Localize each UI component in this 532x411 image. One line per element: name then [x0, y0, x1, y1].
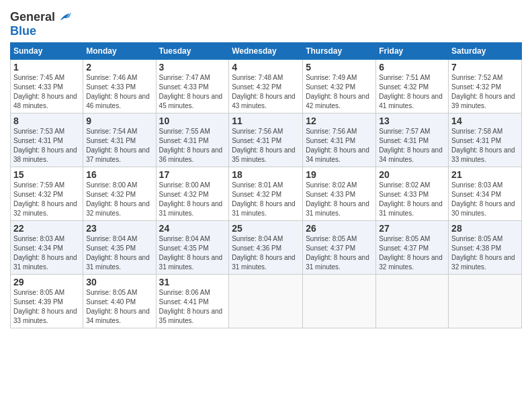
page-container: General Blue SundayMondayTuesdayWednesda… [0, 0, 532, 335]
calendar-cell [449, 275, 522, 328]
day-info: Sunrise: 7:58 AMSunset: 4:31 PMDaylight:… [451, 127, 519, 165]
weekday-header-friday: Friday [376, 43, 449, 60]
day-info: Sunrise: 8:05 AMSunset: 4:40 PMDaylight:… [86, 288, 152, 326]
calendar-cell: 15Sunrise: 7:59 AMSunset: 4:32 PMDayligh… [11, 167, 83, 221]
calendar-cell: 21Sunrise: 8:03 AMSunset: 4:34 PMDayligh… [449, 167, 522, 221]
calendar-header-row: SundayMondayTuesdayWednesdayThursdayFrid… [11, 43, 522, 60]
day-number: 4 [232, 62, 300, 73]
day-info: Sunrise: 7:54 AMSunset: 4:31 PMDaylight:… [86, 127, 152, 165]
day-info: Sunrise: 7:45 AMSunset: 4:33 PMDaylight:… [13, 73, 80, 111]
calendar-cell: 18Sunrise: 8:01 AMSunset: 4:32 PMDayligh… [229, 167, 303, 221]
calendar-cell: 1Sunrise: 7:45 AMSunset: 4:33 PMDaylight… [11, 60, 83, 113]
logo-bird-icon [56, 9, 71, 24]
calendar-cell: 7Sunrise: 7:52 AMSunset: 4:32 PMDaylight… [449, 60, 522, 113]
day-info: Sunrise: 7:47 AMSunset: 4:33 PMDaylight:… [159, 73, 226, 111]
day-number: 22 [13, 223, 80, 234]
day-info: Sunrise: 7:56 AMSunset: 4:31 PMDaylight:… [232, 127, 300, 165]
day-info: Sunrise: 8:05 AMSunset: 4:37 PMDaylight:… [379, 234, 445, 272]
day-info: Sunrise: 7:55 AMSunset: 4:31 PMDaylight:… [159, 127, 226, 165]
day-number: 24 [159, 223, 226, 234]
calendar-cell: 17Sunrise: 8:00 AMSunset: 4:32 PMDayligh… [156, 167, 229, 221]
day-info: Sunrise: 7:59 AMSunset: 4:32 PMDaylight:… [13, 181, 80, 218]
day-info: Sunrise: 7:49 AMSunset: 4:32 PMDaylight:… [306, 73, 373, 111]
calendar-cell: 10Sunrise: 7:55 AMSunset: 4:31 PMDayligh… [156, 113, 229, 167]
day-number: 14 [451, 116, 519, 126]
calendar-cell: 24Sunrise: 8:04 AMSunset: 4:35 PMDayligh… [156, 221, 229, 275]
calendar-cell: 4Sunrise: 7:48 AMSunset: 4:32 PMDaylight… [229, 60, 303, 113]
day-number: 8 [13, 116, 80, 126]
day-number: 13 [379, 116, 445, 126]
calendar-week-row: 22Sunrise: 8:03 AMSunset: 4:34 PMDayligh… [11, 221, 522, 275]
day-number: 2 [86, 62, 152, 73]
day-number: 6 [379, 62, 445, 73]
calendar-cell [376, 275, 449, 328]
calendar-cell: 12Sunrise: 7:56 AMSunset: 4:31 PMDayligh… [303, 113, 376, 167]
header: General Blue [10, 7, 522, 38]
day-number: 3 [159, 62, 226, 73]
day-info: Sunrise: 8:05 AMSunset: 4:38 PMDaylight:… [451, 234, 519, 272]
day-number: 5 [306, 62, 373, 73]
day-number: 17 [159, 169, 226, 180]
calendar-table: SundayMondayTuesdayWednesdayThursdayFrid… [10, 42, 522, 328]
calendar-week-row: 8Sunrise: 7:53 AMSunset: 4:31 PMDaylight… [11, 113, 522, 167]
weekday-header-monday: Monday [83, 43, 156, 60]
calendar-cell: 29Sunrise: 8:05 AMSunset: 4:39 PMDayligh… [11, 275, 83, 328]
day-number: 23 [86, 223, 152, 234]
calendar-cell: 6Sunrise: 7:51 AMSunset: 4:32 PMDaylight… [376, 60, 449, 113]
calendar-cell: 25Sunrise: 8:04 AMSunset: 4:36 PMDayligh… [229, 221, 303, 275]
day-number: 30 [86, 277, 152, 287]
calendar-cell [229, 275, 303, 328]
day-number: 25 [232, 223, 300, 234]
day-info: Sunrise: 8:02 AMSunset: 4:33 PMDaylight:… [379, 181, 445, 218]
calendar-cell: 3Sunrise: 7:47 AMSunset: 4:33 PMDaylight… [156, 60, 229, 113]
day-number: 16 [86, 169, 152, 180]
day-number: 27 [379, 223, 445, 234]
calendar-cell: 22Sunrise: 8:03 AMSunset: 4:34 PMDayligh… [11, 221, 83, 275]
day-info: Sunrise: 7:48 AMSunset: 4:32 PMDaylight:… [232, 73, 300, 111]
calendar-cell: 19Sunrise: 8:02 AMSunset: 4:33 PMDayligh… [303, 167, 376, 221]
calendar-cell: 28Sunrise: 8:05 AMSunset: 4:38 PMDayligh… [449, 221, 522, 275]
day-info: Sunrise: 8:03 AMSunset: 4:34 PMDaylight:… [451, 181, 519, 218]
logo-blue-text: Blue [10, 24, 71, 38]
day-info: Sunrise: 7:52 AMSunset: 4:32 PMDaylight:… [451, 73, 519, 111]
day-number: 10 [159, 116, 226, 126]
day-number: 18 [232, 169, 300, 180]
calendar-cell: 26Sunrise: 8:05 AMSunset: 4:37 PMDayligh… [303, 221, 376, 275]
day-number: 26 [306, 223, 373, 234]
logo-general-text: General [10, 10, 55, 24]
calendar-cell: 30Sunrise: 8:05 AMSunset: 4:40 PMDayligh… [83, 275, 156, 328]
day-number: 9 [86, 116, 152, 126]
calendar-cell: 14Sunrise: 7:58 AMSunset: 4:31 PMDayligh… [449, 113, 522, 167]
calendar-cell: 11Sunrise: 7:56 AMSunset: 4:31 PMDayligh… [229, 113, 303, 167]
day-info: Sunrise: 8:06 AMSunset: 4:41 PMDaylight:… [159, 288, 226, 326]
day-info: Sunrise: 7:56 AMSunset: 4:31 PMDaylight:… [306, 127, 373, 165]
day-info: Sunrise: 8:05 AMSunset: 4:39 PMDaylight:… [13, 288, 80, 326]
calendar-cell: 13Sunrise: 7:57 AMSunset: 4:31 PMDayligh… [376, 113, 449, 167]
calendar-cell: 27Sunrise: 8:05 AMSunset: 4:37 PMDayligh… [376, 221, 449, 275]
day-info: Sunrise: 8:02 AMSunset: 4:33 PMDaylight:… [306, 181, 373, 218]
day-info: Sunrise: 7:51 AMSunset: 4:32 PMDaylight:… [379, 73, 445, 111]
weekday-header-wednesday: Wednesday [229, 43, 303, 60]
weekday-header-tuesday: Tuesday [156, 43, 229, 60]
calendar-cell [303, 275, 376, 328]
day-number: 28 [451, 223, 519, 234]
day-info: Sunrise: 8:01 AMSunset: 4:32 PMDaylight:… [232, 181, 300, 218]
weekday-header-thursday: Thursday [303, 43, 376, 60]
day-info: Sunrise: 8:04 AMSunset: 4:36 PMDaylight:… [232, 234, 300, 272]
calendar-cell: 8Sunrise: 7:53 AMSunset: 4:31 PMDaylight… [11, 113, 83, 167]
day-info: Sunrise: 7:46 AMSunset: 4:33 PMDaylight:… [86, 73, 152, 111]
calendar-cell: 20Sunrise: 8:02 AMSunset: 4:33 PMDayligh… [376, 167, 449, 221]
calendar-week-row: 1Sunrise: 7:45 AMSunset: 4:33 PMDaylight… [11, 60, 522, 113]
day-info: Sunrise: 8:04 AMSunset: 4:35 PMDaylight:… [159, 234, 226, 272]
day-number: 19 [306, 169, 373, 180]
day-number: 11 [232, 116, 300, 126]
calendar-cell: 2Sunrise: 7:46 AMSunset: 4:33 PMDaylight… [83, 60, 156, 113]
calendar-cell: 31Sunrise: 8:06 AMSunset: 4:41 PMDayligh… [156, 275, 229, 328]
day-number: 12 [306, 116, 373, 126]
day-info: Sunrise: 8:04 AMSunset: 4:35 PMDaylight:… [86, 234, 152, 272]
day-number: 7 [451, 62, 519, 73]
calendar-cell: 5Sunrise: 7:49 AMSunset: 4:32 PMDaylight… [303, 60, 376, 113]
day-info: Sunrise: 7:53 AMSunset: 4:31 PMDaylight:… [13, 127, 80, 165]
weekday-header-sunday: Sunday [11, 43, 83, 60]
calendar-week-row: 29Sunrise: 8:05 AMSunset: 4:39 PMDayligh… [11, 275, 522, 328]
